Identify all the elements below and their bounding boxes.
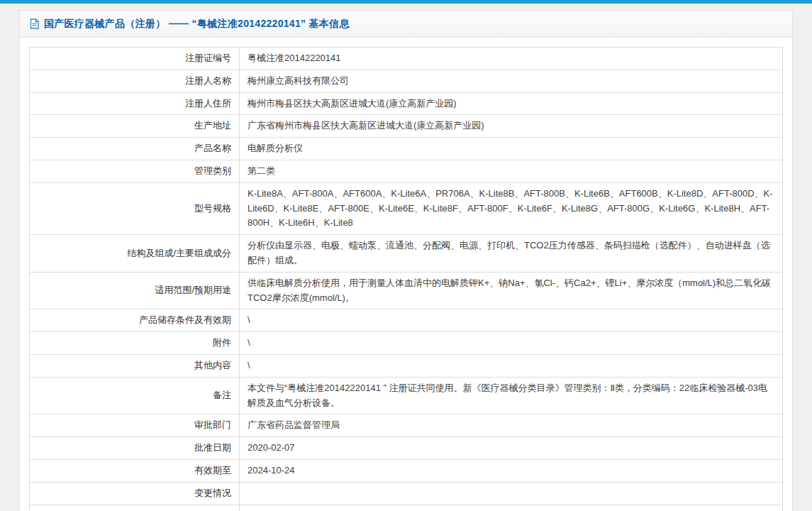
page-background: 国产医疗器械产品（注册） —— “粤械注准20142220141” 基本信息 注… [0, 4, 812, 511]
row-value: 广东省药品监督管理局 [240, 414, 783, 437]
row-value: 梅州康立高科技有限公司 [240, 70, 783, 92]
row-value: 本文件与“粤械注准20142220141 ” 注册证共同使用。新《医疗器械分类目… [240, 377, 783, 414]
table-row: 有效期至 2024-10-24 [30, 459, 783, 482]
row-value [240, 482, 783, 505]
table-row: 适用范围/预期用途 供临床电解质分析使用，用于测量人体血清中的电解质钾K+、钠N… [30, 272, 783, 309]
row-label: 注册人名称 [30, 70, 240, 92]
row-label: 附件 [30, 332, 240, 355]
table-row: 管理类别 第二类 [30, 160, 783, 182]
table-row: 注册证编号 粤械注准20142220141 [30, 48, 783, 70]
row-value: 梅州市梅县区扶大高新区进城大道(康立高新产业园) [240, 92, 783, 115]
row-value: K-Lite8A、AFT-800A、AFT600A、K-Lite6A、PR706… [240, 182, 783, 234]
document-icon [30, 18, 39, 29]
row-label: 适用范围/预期用途 [30, 272, 240, 309]
row-value: 分析仪由显示器、电极、蠕动泵、流通池、分配阀、电源、打印机、TCO2压力传感器、… [240, 235, 783, 273]
row-label: 结构及组成/主要组成成分 [30, 235, 240, 273]
table-row: 产品储存条件及有效期 \ [30, 309, 783, 332]
table-row: 附件 \ [30, 332, 783, 355]
table-row: 型号规格 K-Lite8A、AFT-800A、AFT600A、K-Lite6A、… [30, 182, 783, 234]
card-body: 注册证编号 粤械注准20142220141 注册人名称 梅州康立高科技有限公司 … [20, 38, 792, 511]
table-row: 注册人名称 梅州康立高科技有限公司 [30, 70, 783, 92]
row-value: 粤械注准20142220141 [240, 48, 783, 70]
row-value: 2024-10-24 [240, 459, 783, 482]
info-table-body: 注册证编号 粤械注准20142220141 注册人名称 梅州康立高科技有限公司 … [30, 48, 783, 511]
row-value: 2020-02-07 [240, 437, 783, 460]
row-value [240, 505, 783, 511]
page-title: 国产医疗器械产品（注册） —— “粤械注准20142220141” 基本信息 [44, 18, 350, 31]
table-row: 审批部门 广东省药品监督管理局 [30, 414, 783, 437]
info-table: 注册证编号 粤械注准20142220141 注册人名称 梅州康立高科技有限公司 … [29, 47, 783, 511]
info-card: 国产医疗器械产品（注册） —— “粤械注准20142220141” 基本信息 注… [19, 10, 793, 511]
row-label: 注册人住所 [30, 92, 240, 115]
table-row: 注册人住所 梅州市梅县区扶大高新区进城大道(康立高新产业园) [30, 92, 783, 115]
table-row: 数据库相关备注 [30, 505, 783, 511]
row-label: 备注 [30, 377, 240, 414]
row-label: 型号规格 [30, 182, 240, 234]
row-value: \ [240, 332, 783, 355]
table-row: 变更情况 [30, 482, 783, 505]
row-value: 第二类 [240, 160, 783, 182]
card-header: 国产医疗器械产品（注册） —— “粤械注准20142220141” 基本信息 [20, 11, 792, 38]
row-label: 数据库相关备注 [30, 505, 240, 511]
table-row: 备注 本文件与“粤械注准20142220141 ” 注册证共同使用。新《医疗器械… [30, 377, 783, 414]
table-row: 批准日期 2020-02-07 [30, 437, 783, 460]
row-label: 注册证编号 [30, 48, 240, 70]
row-value: 广东省梅州市梅县区扶大高新区进城大道(康立高新产业园) [240, 115, 783, 138]
row-label: 产品名称 [30, 138, 240, 160]
row-label: 审批部门 [30, 414, 240, 437]
table-row: 产品名称 电解质分析仪 [30, 138, 783, 160]
row-label: 变更情况 [30, 482, 240, 505]
row-label: 产品储存条件及有效期 [30, 309, 240, 332]
row-value: \ [240, 354, 783, 377]
row-value: \ [240, 309, 783, 332]
table-row: 结构及组成/主要组成成分 分析仪由显示器、电极、蠕动泵、流通池、分配阀、电源、打… [30, 235, 783, 273]
row-label: 管理类别 [30, 160, 240, 182]
row-label: 其他内容 [30, 354, 240, 377]
table-row: 其他内容 \ [30, 354, 783, 377]
row-value: 电解质分析仪 [240, 138, 783, 160]
row-label: 有效期至 [30, 459, 240, 482]
table-row: 生产地址 广东省梅州市梅县区扶大高新区进城大道(康立高新产业园) [30, 115, 783, 138]
row-value: 供临床电解质分析使用，用于测量人体血清中的电解质钾K+、钠Na+、氯Cl-、钙C… [240, 272, 783, 309]
row-label: 批准日期 [30, 437, 240, 460]
row-label: 生产地址 [30, 115, 240, 138]
